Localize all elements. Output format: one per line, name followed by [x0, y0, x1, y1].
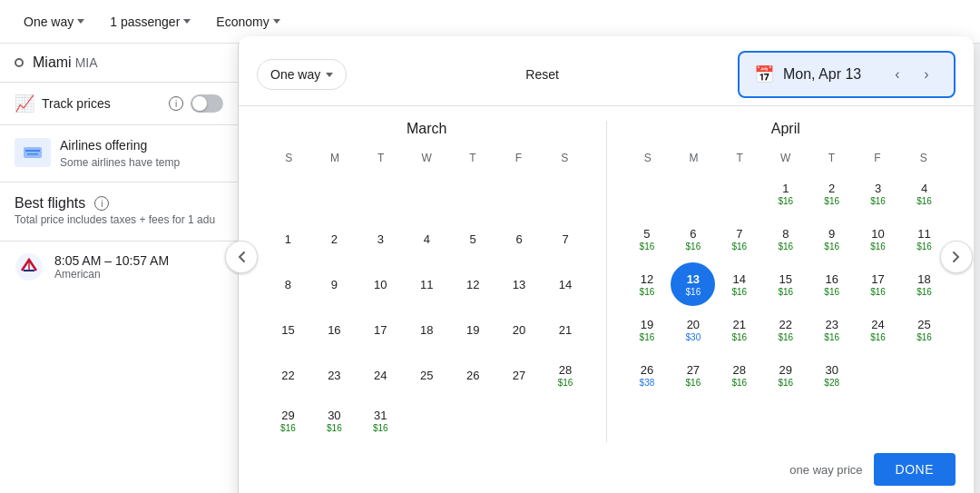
- calendar-day[interactable]: 6$16: [671, 217, 715, 261]
- track-prices-toggle[interactable]: [191, 94, 223, 113]
- calendar-day[interactable]: 15$16: [763, 262, 808, 306]
- flight-item[interactable]: 8:05 AM – 10:57 AM American: [0, 241, 238, 292]
- day-price: $16: [916, 196, 932, 206]
- calendar-next-button[interactable]: [940, 241, 973, 273]
- calendar-day[interactable]: 13$16: [671, 262, 715, 306]
- calendar-day[interactable]: 14$16: [717, 262, 761, 306]
- calendar-day[interactable]: 7: [544, 217, 588, 261]
- calendar-day[interactable]: 20$30: [671, 308, 715, 351]
- calendar-day[interactable]: 27: [497, 353, 542, 397]
- trip-type-button[interactable]: One way: [15, 9, 93, 35]
- calendar-day[interactable]: 3$16: [856, 172, 900, 215]
- calendar-day[interactable]: 28$16: [717, 353, 761, 397]
- date-prev-button[interactable]: ‹: [885, 62, 910, 87]
- calendar-day[interactable]: 19: [451, 308, 495, 351]
- calendar-day[interactable]: 4: [405, 217, 449, 261]
- calendar-day[interactable]: 1: [266, 217, 310, 261]
- track-prices-info-icon[interactable]: i: [169, 96, 183, 111]
- weekday: S: [542, 148, 588, 168]
- calendar-day[interactable]: 30$16: [312, 399, 357, 442]
- calendar-day[interactable]: 2: [312, 217, 357, 261]
- calendar-day[interactable]: 7$16: [717, 217, 761, 261]
- day-price: $16: [778, 196, 793, 206]
- day-price: $16: [916, 332, 932, 342]
- calendar-day[interactable]: 1$16: [763, 172, 808, 215]
- day-number: 2: [331, 232, 338, 246]
- calendar-day[interactable]: 4$16: [902, 172, 946, 215]
- day-number: 20: [513, 323, 525, 337]
- calendar-day[interactable]: 25$16: [902, 308, 946, 351]
- calendar-day[interactable]: 31$16: [358, 399, 403, 442]
- calendar-day[interactable]: 26: [451, 353, 495, 397]
- day-number: 10: [374, 278, 387, 291]
- calendar-day[interactable]: 25: [405, 353, 449, 397]
- one-way-select-button[interactable]: One way: [257, 59, 347, 90]
- calendar-day[interactable]: 8$16: [763, 217, 808, 261]
- day-number: 10: [871, 227, 884, 241]
- calendar-day[interactable]: 24$16: [856, 308, 900, 351]
- day-number: 27: [687, 363, 700, 377]
- calendar-day[interactable]: 18: [405, 308, 449, 351]
- calendar-day: [497, 172, 542, 215]
- calendar-day[interactable]: 27$16: [671, 353, 715, 397]
- date-next-button[interactable]: ›: [914, 62, 939, 87]
- calendar-day[interactable]: 3: [358, 217, 403, 261]
- calendar-day[interactable]: 13: [497, 262, 542, 306]
- reset-button[interactable]: Reset: [514, 60, 570, 89]
- calendar-day[interactable]: 17: [358, 308, 403, 351]
- calendar-day[interactable]: 5: [451, 217, 495, 261]
- calendar-day[interactable]: 19$16: [625, 308, 670, 351]
- calendar-day[interactable]: 21$16: [717, 308, 761, 351]
- calendar-prev-button[interactable]: [225, 241, 258, 273]
- day-number: 3: [377, 232, 384, 246]
- calendar-day[interactable]: 5$16: [625, 217, 670, 261]
- calendar-day[interactable]: 9: [312, 262, 357, 306]
- calendar-day[interactable]: 15: [266, 308, 310, 351]
- day-number: 4: [424, 232, 430, 246]
- calendar-day[interactable]: 12$16: [625, 262, 670, 306]
- calendar-day[interactable]: 12: [451, 262, 495, 306]
- calendar-day[interactable]: 16: [312, 308, 357, 351]
- done-button[interactable]: DONE: [874, 453, 956, 486]
- calendar-day[interactable]: 9$16: [809, 217, 854, 261]
- day-number: 24: [374, 369, 387, 382]
- day-price: $16: [640, 242, 655, 251]
- calendar-day[interactable]: 17$16: [856, 262, 900, 306]
- calendar-day[interactable]: 14: [544, 262, 588, 306]
- calendars-container: March S M T W T F S 12345678910111213141…: [239, 106, 974, 442]
- calendar-day[interactable]: 8: [266, 262, 310, 306]
- day-number: 1: [782, 182, 789, 195]
- weekday: S: [900, 148, 946, 168]
- calendar-day[interactable]: 22: [266, 353, 310, 397]
- best-flights-info-icon[interactable]: i: [94, 196, 109, 211]
- weekday: T: [808, 148, 855, 168]
- cabin-class-button[interactable]: Economy: [207, 9, 289, 35]
- one-way-price-label: one way price: [789, 463, 862, 477]
- day-price: $16: [558, 378, 573, 388]
- calendar-day[interactable]: 23$16: [809, 308, 854, 351]
- day-number: 26: [466, 369, 479, 382]
- calendar-day[interactable]: 29$16: [763, 353, 808, 397]
- day-number: 17: [374, 323, 387, 337]
- calendar-day[interactable]: 10$16: [856, 217, 900, 261]
- calendar-day[interactable]: 2$16: [809, 172, 854, 215]
- calendar-day[interactable]: 29$16: [266, 399, 310, 442]
- calendar-day[interactable]: 20: [497, 308, 542, 351]
- calendar-day[interactable]: 26$38: [625, 353, 670, 397]
- toggle-knob: [192, 96, 207, 111]
- calendar-day[interactable]: 22$16: [763, 308, 808, 351]
- calendar-day[interactable]: 24: [358, 353, 403, 397]
- calendar-day[interactable]: 23: [312, 353, 357, 397]
- weekday: S: [266, 148, 312, 168]
- calendar-day[interactable]: 6: [497, 217, 542, 261]
- calendar-day[interactable]: 16$16: [809, 262, 854, 306]
- calendar-day[interactable]: 10: [358, 262, 403, 306]
- passengers-button[interactable]: 1 passenger: [101, 9, 200, 35]
- day-number: 12: [466, 278, 479, 291]
- calendar-day[interactable]: 18$16: [902, 262, 946, 306]
- calendar-day[interactable]: 28$16: [544, 353, 588, 397]
- calendar-day[interactable]: 30$28: [809, 353, 854, 397]
- calendar-day[interactable]: 11: [405, 262, 449, 306]
- calendar-day[interactable]: 21: [544, 308, 588, 351]
- flight-time-text: 8:05 AM – 10:57 AM: [54, 253, 223, 268]
